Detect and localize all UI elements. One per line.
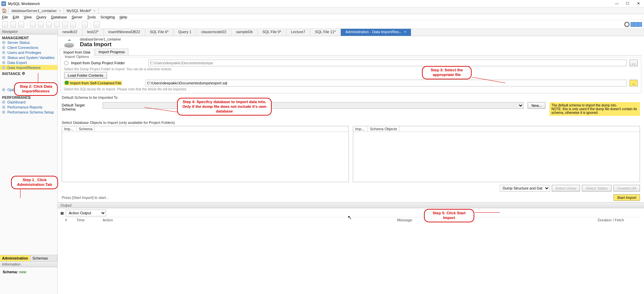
connection-tab-2[interactable]: MySQL Model*× [64,7,99,14]
toolbar-button[interactable] [10,21,16,27]
th-imp: Imp... [62,126,77,132]
menu-file[interactable]: File [2,15,8,19]
toolbar-button[interactable] [94,21,100,27]
pane-toggle[interactable] [631,22,642,27]
menu-server[interactable]: Server [71,15,82,19]
select-tables-button[interactable]: Select Tables [582,185,611,192]
toolbar-divider [91,21,91,27]
import-options-title: Import Options [63,55,90,59]
toolbar-button[interactable] [54,21,60,27]
toolbar-button[interactable] [82,21,88,27]
tab-administration[interactable]: Administration [0,255,31,261]
th-imp: Imp... [353,126,368,132]
window-title: MySQL Workbench [8,2,614,6]
information-header: Information [0,262,57,267]
connection-tab-1[interactable]: databaseServer1_container× [9,7,64,14]
nav-users-privileges[interactable]: Users and Privileges [0,50,57,55]
toolbar-button[interactable] [38,21,44,27]
editor-tabs: newdb22 test22* insertINtonewDB22 SQL Fi… [58,29,644,36]
browse-folder-button[interactable]: ... [630,60,638,66]
folder-path-input[interactable] [148,60,627,66]
default-target-schema-select[interactable] [103,102,524,109]
toolbar-divider [27,21,27,27]
editor-tab[interactable]: classicmodel22 [197,29,231,36]
file-path-input[interactable] [146,80,627,86]
nav-server-status[interactable]: Server Status [0,40,57,45]
navigator-bottom-tabs: Administration Schemas [0,255,57,261]
editor-tab[interactable]: SQL File 6* [145,29,174,36]
close-icon[interactable]: × [59,9,61,13]
tab-schemas[interactable]: Schemas [31,255,57,261]
gear-icon[interactable] [624,22,630,27]
close-icon[interactable]: × [404,30,406,34]
menu-query[interactable]: Query [36,15,46,19]
menu-database[interactable]: Database [51,15,67,19]
server-name: databaseServer1_container [80,38,121,41]
editor-tab[interactable]: Lecture7 [286,29,310,36]
output-table-header: # Time Action Message Duration / Fetch [60,217,641,222]
home-button[interactable]: 🏠 [0,7,9,14]
output-header: Output [58,202,644,208]
nav-data-export[interactable]: Data Export [0,60,57,65]
radio-import-file[interactable]: Import from Self-Contained File [64,81,122,85]
radio-import-folder[interactable]: Import from Dump Project Folder [64,61,125,65]
start-import-button[interactable]: Start Import [613,194,640,201]
editor-tab[interactable]: SQL File 9* [258,29,286,36]
editor-tab[interactable]: Query 1 [174,29,197,36]
menu-scripting[interactable]: Scripting [101,15,115,19]
menu-view[interactable]: View [24,15,32,19]
editor-tab[interactable]: newdb22 [58,29,83,36]
toolbar-button[interactable] [18,21,24,27]
editor-tab[interactable]: SQL File 11* [310,29,341,36]
window-maximize-button[interactable]: ☐ [625,1,630,6]
editor-tab-active[interactable]: Administration - Data Import/Res...× [341,29,411,36]
toolbar-button[interactable] [70,21,76,27]
nav-options-file[interactable]: Options File [0,87,57,92]
radio-selected-icon [65,81,69,85]
unselect-all-button[interactable]: Unselect All [613,185,640,192]
toolbar-divider [79,21,79,27]
browse-file-button[interactable]: ... [630,80,638,86]
navigator-header: Navigator [0,29,57,34]
folder-help-text: Select the Dump Project Folder to import… [64,67,638,71]
default-schema-section-label: Default Schema to be Imported To [62,95,640,99]
import-subtabs: Import from Disk Import Progress [60,49,642,56]
instance-icon: ⚙ [22,71,25,76]
editor-tab[interactable]: insertINtonewDB22 [104,29,145,36]
output-type-select[interactable]: Action Output [66,210,106,216]
data-import-icon [62,38,76,48]
subtab-import-progress[interactable]: Import Progress [95,49,128,55]
nav-perf-reports[interactable]: Performance Reports [0,104,57,109]
file-help-text: Select the SQL/dump file to import. Plea… [64,87,638,91]
select-views-button[interactable]: Select Views [552,185,580,192]
objects-section-label: Select Database Objects to Import (only … [62,121,640,125]
toolbar-button[interactable] [62,21,68,27]
editor-tab[interactable]: sampleDb [231,29,258,36]
window-close-button[interactable]: ✕ [636,1,641,6]
menu-tools[interactable]: Tools [87,15,96,19]
nav-dashboard[interactable]: Dashboard [0,99,57,104]
editor-tab[interactable]: test22* [83,29,104,36]
toolbar-button[interactable] [46,21,52,27]
toolbar-button[interactable] [30,21,36,27]
dump-type-select[interactable]: Dump Structure and Dat [500,185,550,192]
section-management: MANAGEMENT [0,34,57,40]
load-folder-contents-button[interactable]: Load Folder Contents [64,72,107,79]
window-minimize-button[interactable]: — [614,1,619,6]
schema-note: The default schema to import the dump in… [549,102,640,116]
nav-client-connections[interactable]: Client Connections [0,45,57,50]
schema-table[interactable]: Imp... Schema [62,126,349,182]
menu-help[interactable]: Help [119,15,127,19]
close-icon[interactable]: × [93,9,95,13]
nav-perf-schema-setup[interactable]: Performance Schema Setup [0,109,57,115]
schema-objects-table[interactable]: Imp... Schema Objects [353,126,640,182]
new-schema-button[interactable]: New... [528,102,545,109]
nav-data-import-restore[interactable]: Data Import/Restore [0,65,57,70]
section-performance: PERFORMANCE [0,94,57,99]
toolbar-button[interactable] [2,21,8,27]
menu-edit[interactable]: Edit [13,15,19,19]
output-grid-icon[interactable]: ▦ [60,211,64,215]
menubar: File Edit View Query Database Server Too… [0,14,644,20]
default-target-schema-label: Default Target Schema: [62,102,99,111]
nav-status-vars[interactable]: Status and System Variables [0,55,57,60]
